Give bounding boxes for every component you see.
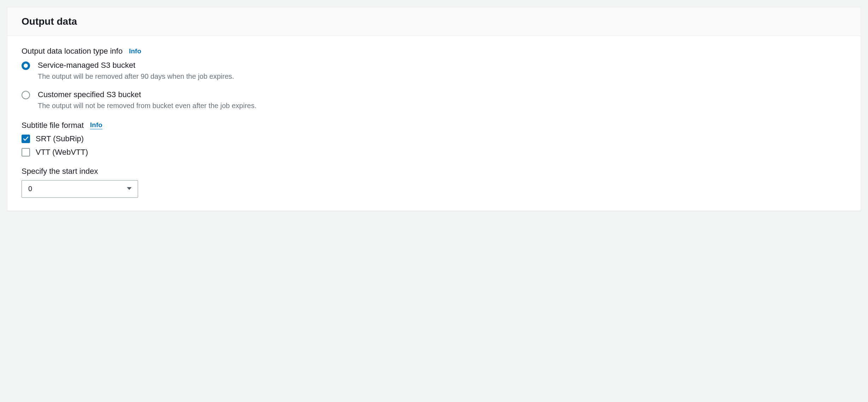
radio-title: Customer specified S3 bucket	[38, 89, 256, 100]
output-location-label: Output data location type info	[22, 47, 123, 56]
checkbox-label: SRT (SubRip)	[36, 134, 84, 143]
start-index-label: Specify the start index	[22, 167, 98, 176]
start-index-value: 0	[28, 185, 32, 193]
start-index-select-wrap: 0	[22, 180, 138, 198]
check-icon	[23, 136, 29, 142]
output-location-label-row: Output data location type info Info	[22, 47, 846, 56]
radio-desc: The output will be removed after 90 days…	[38, 71, 234, 82]
radio-desc: The output will not be removed from buck…	[38, 100, 256, 111]
radio-option-customer-specified[interactable]: Customer specified S3 bucket The output …	[22, 89, 846, 111]
subtitle-format-info-link[interactable]: Info	[90, 122, 102, 129]
start-index-label-row: Specify the start index	[22, 167, 846, 176]
checkbox-option-srt[interactable]: SRT (SubRip)	[22, 134, 846, 143]
checkbox-label: VTT (WebVTT)	[36, 148, 88, 157]
checkbox-srt[interactable]	[22, 135, 30, 143]
subtitle-format-label: Subtitle file format	[22, 121, 84, 130]
radio-option-service-managed[interactable]: Service-managed S3 bucket The output wil…	[22, 60, 846, 82]
panel-header: Output data	[7, 7, 861, 36]
checkbox-vtt[interactable]	[22, 148, 30, 156]
radio-text: Customer specified S3 bucket The output …	[38, 89, 256, 111]
output-location-info-link[interactable]: Info	[129, 48, 141, 55]
output-data-panel: Output data Output data location type in…	[7, 7, 861, 211]
panel-body: Output data location type info Info Serv…	[7, 36, 861, 211]
checkbox-option-vtt[interactable]: VTT (WebVTT)	[22, 148, 846, 157]
radio-button-service-managed[interactable]	[22, 61, 30, 70]
start-index-select[interactable]: 0	[22, 180, 138, 198]
radio-text: Service-managed S3 bucket The output wil…	[38, 60, 234, 82]
radio-title: Service-managed S3 bucket	[38, 60, 234, 71]
panel-title: Output data	[22, 16, 846, 27]
subtitle-format-label-row: Subtitle file format Info	[22, 121, 846, 130]
radio-button-customer-specified[interactable]	[22, 91, 30, 99]
